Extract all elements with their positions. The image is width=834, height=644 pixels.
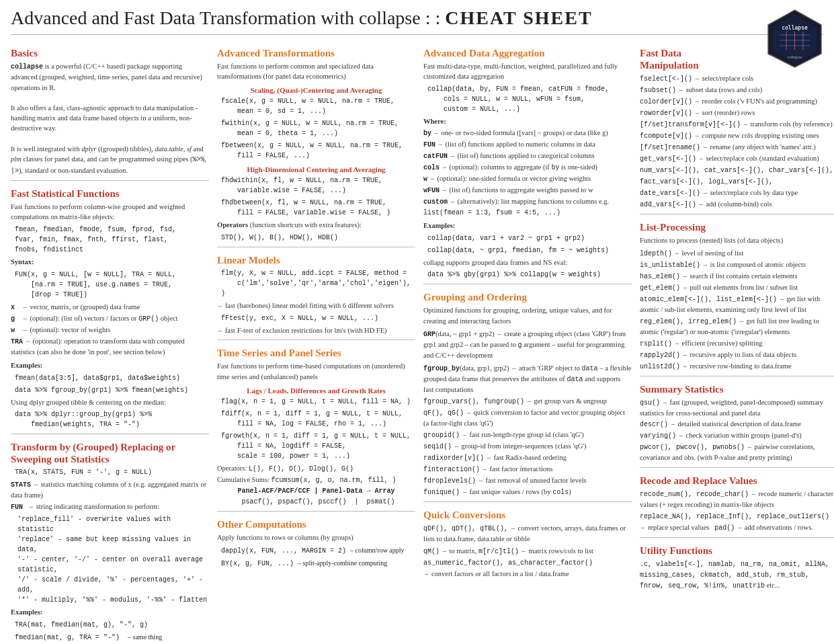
unlist2d-fn: unlist2d() – recursive row-binding to da… <box>640 361 834 372</box>
qF-fn: qF(), qG() – quick conversion to factor … <box>423 407 632 429</box>
qDF-fn: qDF(), qDT(), qTBL(), – convert vectors,… <box>423 523 632 545</box>
where-catfun: catFUN – (list of) functions applied to … <box>423 151 632 161</box>
BY-fn: BY(x, g, FUN, ...) – split-apply-combine… <box>221 558 415 569</box>
ts-desc: Fast functions to perform time-based com… <box>217 361 415 381</box>
page-title: Advanced and Fast Data Transformation wi… <box>11 8 823 29</box>
fast-stat-fns: fmean, fmedian, fmode, fsum, fprod, fsd,… <box>15 225 209 255</box>
cumsums: Cumulative Sums: fcumsum(x, g, o, na.rm,… <box>217 475 415 485</box>
recode-divider <box>640 467 834 468</box>
fdiff-fn: fdiff(x, n = 1, diff = 1, g = NULL, t = … <box>221 409 415 429</box>
collap-ex2: collap(data, ~ grp1, fmedian, fm = ~ wei… <box>427 245 632 255</box>
fFtest-fn: fFtest(y, exc, X = NULL, w = NULL, ...) <box>221 313 415 323</box>
where-wfun: wFUN – (list of) functions to aggregate … <box>423 185 632 196</box>
title-divider <box>11 34 823 35</box>
qsu-fn: qsu() – fast (grouped, weighted, panel-d… <box>640 397 834 419</box>
highd-subtitle: High-Dimensional Centering and Averaging <box>217 165 415 173</box>
fhdbetween-fn: fhdbetween(x, fl, w = NULL, na.rm = TRUE… <box>221 198 415 218</box>
col-1: Basics collapse is a powerful (C/C++ bas… <box>11 40 209 644</box>
replace-fn: replace_NA(), replace_Inf(), replace_out… <box>640 511 834 522</box>
recode-fn: recode_num(), recode_char() – recode num… <box>640 489 834 510</box>
num-vars-fn: num_vars[<-](), cat_vars[<-](), char_var… <box>640 165 834 175</box>
fbetween-fn: fbetween(x, g = NULL, w = NULL, na.rm = … <box>221 140 415 161</box>
fselect-fn: fselect[<-]() – select/replace cols <box>640 73 834 84</box>
transform-examples-label: Examples: <box>11 607 209 618</box>
lags-subtitle: Lags / Leads, Differences and Growth Rat… <box>217 387 415 395</box>
operators-label: Operators (function shortcuts with extra… <box>217 220 415 231</box>
pwcor-fn: pwcor(), pwcov(), pwnobs() – pairwise co… <box>640 442 834 463</box>
example-1: fmean(data[3:5], data$grp1, data$weights… <box>15 373 209 383</box>
collap-fn: collap(data, by, FUN = fmean, catFUN = f… <box>427 84 632 114</box>
transform-title: Transform by (Grouped) Replacing or Swee… <box>11 441 209 465</box>
other-divider <box>217 511 415 512</box>
descr-fn: descr() – detailed statistical descripti… <box>640 419 834 430</box>
fast-stat-desc: Fast functions to perform column-wise gr… <box>11 202 209 222</box>
where-custom: custom – (alternatively): list mapping f… <box>423 196 632 218</box>
basics-title: Basics <box>11 47 209 59</box>
atomic-elem-fn: atomic_elem[<-](), list_elem[<-]() – get… <box>640 294 834 315</box>
transform-fun: FUN – string indicating transformation t… <box>11 501 209 512</box>
has-elem-fn: has_elem() – search if list contains cer… <box>640 271 834 282</box>
collap-ex3: data %>% gby(grp1) %>% collapg(w = weigh… <box>427 270 632 280</box>
where-fun: FUN – (list of) functions applied to num… <box>423 139 632 150</box>
other-title: Other Computations <box>217 518 415 530</box>
syntax-code: FUN(x, g = NULL, [w = NULL], TRA = NULL,… <box>15 270 209 300</box>
fast-stat-title: Fast Statistical Functions <box>11 188 209 200</box>
syntax-tra: TRA – (optional): operation to transform… <box>11 336 209 358</box>
basics-divider <box>11 180 209 181</box>
get-elem-fn: get_elem() – pull out elements from list… <box>640 282 834 293</box>
fgroup-by-fn: fgroup_by(data, grp1, grp2) – attach 'GR… <box>423 363 632 395</box>
ts-divider <box>217 339 415 340</box>
finteraction-fn: finteraction() – fast factor interaction… <box>423 464 632 475</box>
adv-agg-desc: Fast multi-data-type, multi-function, we… <box>423 61 632 81</box>
main-columns: Basics collapse is a powerful (C/C++ bas… <box>11 40 823 644</box>
grp-ord-divider <box>423 284 632 284</box>
quick-conv-title: Quick Conversions <box>423 509 632 521</box>
transform-fun-list: 'replace_fill' - overwrite values with s… <box>17 514 209 605</box>
collapse-code: collapse <box>11 63 43 71</box>
summary-title: Summary Statistics <box>640 383 834 395</box>
linear-title: Linear Models <box>217 254 415 266</box>
fsubset-fn: fsubset() – subset data (rows and cols) <box>640 85 834 95</box>
reg-elem-fn: reg_elem(), irreg_elem() – get full list… <box>640 316 834 337</box>
qconv-divider <box>423 501 632 502</box>
grp-ord-title: Grouping and Ordering <box>423 291 632 303</box>
replace-desc: – replace special values pad() – add obs… <box>640 522 834 533</box>
datatable-ref: data.table <box>155 145 183 153</box>
transform-ex-1: TRA(mat, fmedian(mat, g), "-", g) <box>15 620 209 630</box>
where-cols: cols – (optional): columns to aggregate … <box>423 162 632 173</box>
collap-ex1: collap(data, var1 + var2 ~ grp1 + grp2) <box>427 233 632 243</box>
varying-fn: varying() – check variation within group… <box>640 430 834 441</box>
transform-ex-2: fmedian(mat, g, TRA = "-") – same thing <box>15 632 209 643</box>
utility-fns: .c, vlabels[<-], namlab, na_rm, na_omit,… <box>640 559 834 591</box>
as-numeric-fn: as_numeric_factor(), as_character_factor… <box>423 557 632 568</box>
seqid-fn: seqid() – group-id from integer-sequence… <box>423 441 632 452</box>
fhdwithin-fn: fhdwithin(x, fl, w = NULL, na.rm = TRUE,… <box>221 175 415 196</box>
panel-acf-label: Panel-ACF/PACF/CCF | Panel-Data → Array <box>237 487 394 495</box>
adv-agg-title: Advanced Data Aggregation <box>423 47 632 59</box>
fscale-fn: fscale(x, g = NULL, w = NULL, na.rm = TR… <box>221 96 415 116</box>
collapse-logo-icon: collapse collapse <box>766 8 823 69</box>
fset-transform-fn: [f/set]transform[v][<-]() – transform co… <box>640 119 834 130</box>
flag-fn: flag(x, n = 1, g = NULL, t = NULL, fill … <box>221 397 415 407</box>
col-2: Advanced Transformations Fast functions … <box>217 40 415 571</box>
fcompute-fn: fcompute[v]() – compute new cols droppin… <box>640 130 834 141</box>
svg-text:collapse: collapse <box>782 25 808 31</box>
funique-fn: funique() – fast unique values / rows (b… <box>423 487 632 497</box>
syntax-g: g – (optional): (list of) vectors / fact… <box>11 313 209 324</box>
fgrowth-fn: fgrowth(x, n = 1, diff = 1, g = NULL, t … <box>221 431 415 461</box>
examples-label: Examples: <box>11 360 209 371</box>
operators-fns: STD(), W(), B(), HDW(), HDB() <box>221 233 415 243</box>
summary-divider <box>640 376 834 376</box>
as-numeric-desc: – convert factors or all factors in a li… <box>423 569 632 579</box>
recode-title: Recode and Replace Values <box>640 475 834 487</box>
syntax-x: x – vector, matrix, or (grouped) data fr… <box>11 302 209 313</box>
groupid-fn: groupid() – fast run-length-type group i… <box>423 430 632 440</box>
syntax-label: Syntax: <box>11 257 209 268</box>
linear-divider <box>217 247 415 247</box>
collapg-note: collapg supports grouped data frames and… <box>423 257 632 268</box>
syntax-w: w – (optional): vector of weights <box>11 325 209 335</box>
colorder-fn: colorder[v]() – reorder cols ('v FUN's a… <box>640 96 834 107</box>
flm-fn: flm(y, X, w = NULL, add.icpt = FALSE, me… <box>221 268 415 298</box>
col-3: Advanced Data Aggregation Fast multi-dat… <box>423 40 632 580</box>
rapply2d-fn: rapply2d() – recursive apply to lists of… <box>640 350 834 360</box>
